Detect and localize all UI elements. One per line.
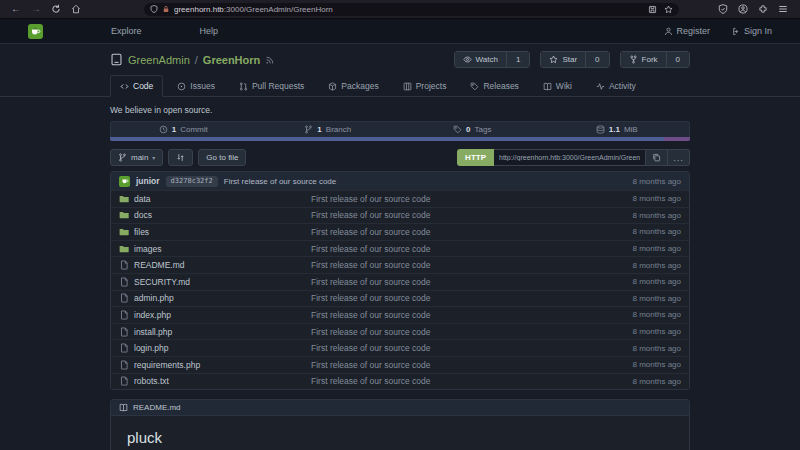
file-name-link[interactable]: install.php [119, 327, 311, 337]
file-name: data [134, 194, 151, 204]
file-commit-message[interactable]: First release of our source code [311, 360, 591, 370]
register-link[interactable]: Register [664, 26, 710, 36]
action-button[interactable]: Fork [621, 52, 666, 67]
action-button[interactable]: Watch [455, 52, 506, 67]
url-bar[interactable]: greenhorn.htb:3000/GreenAdmin/GreenHorn [144, 3, 679, 16]
repo-tab[interactable]: Issues [167, 75, 225, 97]
extensions-icon[interactable] [758, 4, 768, 14]
clone-url-input[interactable] [494, 149, 646, 166]
copy-url-button[interactable] [646, 149, 668, 166]
file-name: login.php [134, 343, 169, 353]
gitea-logo-icon[interactable] [28, 24, 43, 39]
commit-message[interactable]: First release of our source code [224, 177, 337, 186]
forward-icon[interactable]: → [28, 3, 44, 16]
signin-link[interactable]: Sign In [732, 26, 772, 36]
repo-tab[interactable]: Projects [393, 75, 457, 97]
action-label: Watch [476, 55, 498, 64]
language-segment [664, 137, 690, 141]
account-icon[interactable] [738, 4, 748, 14]
repo-stat[interactable]: 1 Branch [256, 122, 401, 137]
file-name-link[interactable]: robots.txt [119, 376, 311, 386]
file-name-link[interactable]: README.md [119, 260, 311, 270]
action-button[interactable]: Star [541, 52, 585, 67]
file-commit-date: 8 months ago [591, 277, 681, 286]
repo-tab[interactable]: Wiki [533, 75, 582, 97]
file-commit-message[interactable]: First release of our source code [311, 293, 591, 303]
privacy-shield-icon[interactable] [718, 4, 728, 14]
repo-tab[interactable]: Packages [318, 75, 388, 97]
file-name-link[interactable]: docs [119, 210, 311, 220]
file-name-link[interactable]: admin.php [119, 293, 311, 303]
folder-icon [119, 210, 129, 220]
project-board-icon [403, 82, 412, 91]
branch-name: main [131, 153, 148, 162]
repo-stat[interactable]: 1 Commit [111, 122, 256, 137]
http-clone-button[interactable]: HTTP [457, 149, 494, 166]
home-icon[interactable] [68, 3, 84, 16]
file-icon [119, 360, 129, 370]
action-count[interactable]: 0 [666, 52, 689, 67]
tab-label: Pull Requests [252, 81, 304, 91]
book-icon [119, 403, 128, 412]
repo-tab[interactable]: Releases [460, 75, 528, 97]
readme-filename[interactable]: README.md [133, 403, 181, 412]
rss-icon[interactable] [265, 55, 275, 65]
file-commit-message[interactable]: First release of our source code [311, 194, 591, 204]
file-commit-message[interactable]: First release of our source code [311, 210, 591, 220]
file-row: README.md First release of our source co… [111, 256, 689, 273]
new-pull-request-button[interactable] [168, 149, 193, 166]
nav-link[interactable]: Help [200, 26, 219, 36]
file-row: files First release of our source code 8… [111, 223, 689, 240]
author-avatar[interactable] [119, 176, 130, 187]
file-commit-message[interactable]: First release of our source code [311, 277, 591, 287]
readme-header: README.md [111, 400, 689, 416]
readme-body: pluck pluck - about pluck [111, 416, 689, 450]
file-commit-message[interactable]: First release of our source code [311, 343, 591, 353]
nav-link[interactable]: Explore [111, 26, 142, 36]
reload-icon[interactable] [48, 3, 64, 16]
commit-author[interactable]: junior [136, 176, 160, 186]
save-page-icon[interactable] [648, 5, 657, 14]
folder-icon [119, 244, 129, 254]
repo-tab[interactable]: Pull Requests [229, 75, 314, 97]
file-name-link[interactable]: files [119, 227, 311, 237]
tag-icon [470, 82, 479, 91]
file-commit-message[interactable]: First release of our source code [311, 327, 591, 337]
go-to-file-button[interactable]: Go to file [198, 149, 246, 166]
file-commit-message[interactable]: First release of our source code [311, 376, 591, 386]
file-commit-message[interactable]: First release of our source code [311, 227, 591, 237]
file-commit-date: 8 months ago [591, 344, 681, 353]
repo-stat[interactable]: 1.1 MiB [545, 122, 690, 137]
repo-tab[interactable]: Activity [586, 75, 646, 97]
more-options-button[interactable]: ... [668, 149, 690, 166]
stat-label: Commit [180, 125, 208, 134]
action-group: Star 0 [540, 51, 609, 68]
action-count[interactable]: 0 [585, 52, 608, 67]
tag-icon [453, 125, 462, 134]
action-count[interactable]: 1 [506, 52, 529, 67]
insecure-lock-icon[interactable] [162, 5, 170, 13]
file-name-link[interactable]: requirements.php [119, 360, 311, 370]
repo-owner-link[interactable]: GreenAdmin [128, 54, 190, 66]
commit-hash[interactable]: d3278c32f2 [166, 176, 218, 187]
file-name-link[interactable]: images [119, 244, 311, 254]
star-icon [549, 55, 558, 64]
file-commit-message[interactable]: First release of our source code [311, 244, 591, 254]
pull-request-icon [239, 82, 248, 91]
file-name: robots.txt [134, 376, 169, 386]
back-icon[interactable]: ← [8, 3, 24, 16]
repo-name-link[interactable]: GreenHorn [203, 54, 260, 66]
file-icon [119, 310, 129, 320]
file-name-link[interactable]: data [119, 194, 311, 204]
file-commit-message[interactable]: First release of our source code [311, 260, 591, 270]
bookmark-star-icon[interactable] [664, 5, 673, 14]
branch-selector[interactable]: main ▾ [110, 149, 163, 166]
repo-stat[interactable]: 0 Tags [400, 122, 545, 137]
repo-tab[interactable]: Code [110, 75, 163, 97]
file-commit-message[interactable]: First release of our source code [311, 310, 591, 320]
shield-icon[interactable] [150, 5, 158, 13]
file-name-link[interactable]: SECURITY.md [119, 277, 311, 287]
file-name-link[interactable]: login.php [119, 343, 311, 353]
file-name-link[interactable]: index.php [119, 310, 311, 320]
menu-icon[interactable] [778, 4, 788, 14]
